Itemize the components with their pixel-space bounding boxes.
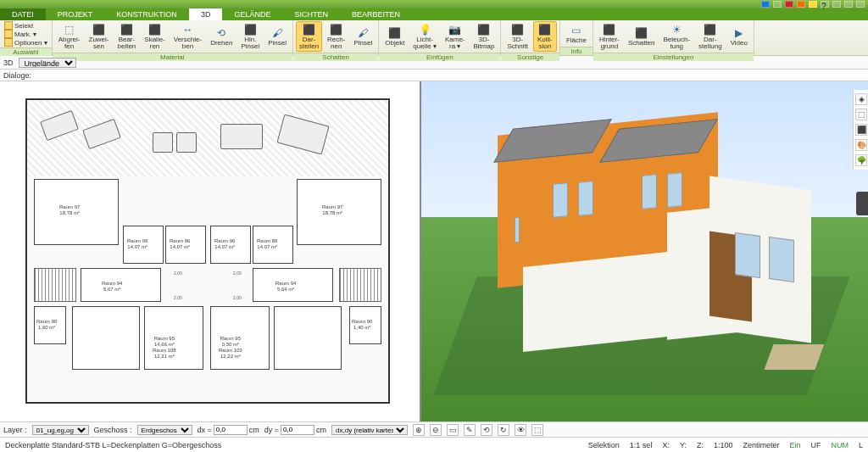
bottom-tool[interactable]: ⟲ [481, 424, 492, 436]
maximize-btn[interactable] [844, 1, 853, 8]
ribbon-label: Pinsel [268, 40, 287, 47]
ribbon-icon: ⬛ [511, 23, 525, 36]
ribbon-item[interactable]: 📷Kame- ra ▾ [442, 21, 469, 52]
ribbon-mini-item[interactable]: Mark. ▾ [3, 30, 49, 38]
dialog-label: Dialoge: [3, 71, 31, 80]
help-btn[interactable]: ? [821, 1, 829, 8]
ribbon-label: Hin. Pinsel [241, 36, 259, 50]
ribbon-label: Video [731, 40, 748, 47]
ribbon-item[interactable]: ⬛Rech- nen [324, 21, 348, 52]
titlebar-btn[interactable] [797, 1, 805, 8]
geschoss-dropdown[interactable]: Erdgeschos [137, 425, 192, 435]
status-uf: UF [810, 441, 821, 449]
status-ein: Ein [789, 441, 800, 449]
ribbon-item[interactable]: ⬛Dar- stellung [695, 21, 726, 52]
ribbon-icon: ⬛ [538, 23, 552, 36]
ribbon-item[interactable]: ⬛Dar- stellen [296, 21, 322, 52]
ribbon-label: Pinsel [353, 40, 372, 47]
ribbon-item[interactable]: ⬛Objekt [381, 25, 408, 48]
ribbon-item[interactable]: ⬛3D- Bitmap [470, 21, 498, 52]
ribbon-item[interactable]: ☀Beleuch- tung [659, 21, 693, 52]
ribbon-item[interactable]: ⬛3D- Schnitt [504, 21, 531, 52]
ribbon-icon: ⬛ [330, 23, 343, 36]
ribbon-item[interactable]: ↔Verschie- ben [170, 21, 205, 52]
ribbon-item[interactable]: 💡Licht- quelle ▾ [409, 21, 440, 52]
ribbon-item[interactable]: ⬛Zuwei- sen [86, 21, 113, 52]
ribbon-icon: ⬛ [704, 23, 717, 36]
dx-input[interactable] [214, 425, 248, 435]
ribbon-item[interactable]: 🖌Pinsel [264, 25, 290, 48]
ribbon-group-label: Info [560, 47, 593, 55]
titlebar-btn[interactable] [761, 1, 770, 8]
titlebar-btn[interactable] [809, 1, 817, 8]
3d-view-pane[interactable]: ◈ ⬚ ⬛ 🎨 🌳 [421, 81, 868, 421]
side-tool[interactable]: 🎨 [855, 139, 867, 151]
dy-input[interactable] [281, 425, 314, 435]
ribbon-item[interactable]: ⟲Drehen [207, 25, 236, 48]
layer-select[interactable]: Urgelände [19, 58, 76, 68]
ribbon-icon: ⬛ [243, 23, 257, 36]
ribbon-item[interactable]: ▭Fläche [563, 22, 590, 46]
ribbon-label: Hinter- grund [599, 36, 620, 50]
side-tool[interactable]: ⬚ [855, 109, 867, 120]
tab-konstruktion[interactable]: KONSTRUKTION [104, 8, 189, 20]
layer-dropdown[interactable]: 01_ug,eg,og [32, 425, 89, 435]
ribbon-item[interactable]: 🖌Pinsel [350, 25, 376, 48]
bottom-tool[interactable]: ⊖ [430, 424, 442, 436]
ribbon-label: Dar- stellen [299, 36, 319, 50]
ribbon-label: 3D- Schnitt [507, 36, 527, 50]
ribbon-item[interactable]: ⬛Kolli- sion [533, 21, 557, 52]
ribbon-item[interactable]: ⬛Schatten [625, 25, 659, 48]
status-num: NUM [831, 441, 849, 449]
status-unit: Zentimeter [743, 441, 779, 449]
building-3d [472, 107, 811, 387]
ribbon-label: Kolli- sion [537, 36, 553, 50]
coord-mode[interactable]: dx,dy (relativ kartesisch) [331, 425, 408, 435]
ribbon-item[interactable]: ⬛Skalie- ren [141, 21, 168, 52]
ribbon-icon: ⟲ [214, 26, 228, 40]
bottom-tool[interactable]: ⊕ [413, 424, 425, 436]
tab-bearbeiten[interactable]: BEARBEITEN [340, 8, 412, 20]
ribbon-label: Zuwei- sen [89, 36, 109, 50]
status-scale: 1:100 [714, 441, 733, 449]
ribbon-label: Kame- ra ▾ [445, 36, 465, 50]
ribbon-item[interactable]: ⬛Hin. Pinsel [237, 21, 263, 52]
ribbon-item[interactable]: ⬚Abgrei- fen [55, 21, 84, 52]
bottom-tool[interactable]: ↻ [498, 424, 509, 436]
titlebar-btn[interactable] [773, 1, 782, 8]
status-bar: Deckenplatte Standard-STB L=Deckenplatte… [0, 437, 868, 452]
ribbon-group-label: Material [53, 53, 292, 61]
ribbon-icon: ⬛ [303, 23, 316, 36]
ribbon-item[interactable]: ⬛Bear- beiten [114, 21, 140, 52]
status-ratio: 1:1 sel [630, 441, 653, 449]
bottom-tool[interactable]: 👁 [515, 424, 526, 436]
bottom-tool[interactable]: ✎ [464, 424, 476, 436]
minimize-btn[interactable] [832, 1, 841, 8]
ribbon-mini-item[interactable]: Optionen ▾ [3, 38, 49, 47]
floorplan-pane[interactable]: Raum 9718,78 m² Raum 9718,78 m² Raum 991… [0, 81, 421, 421]
tab-gelaende[interactable]: GELÄNDE [222, 8, 282, 20]
ribbon-icon: ⬛ [92, 23, 106, 36]
ribbon-item[interactable]: ▶Video [727, 25, 751, 48]
tab-3d[interactable]: 3D [189, 8, 223, 20]
side-tool[interactable]: ⬛ [855, 124, 867, 136]
ribbon-label: Verschie- ben [174, 36, 202, 50]
ribbon-label: Beleuch- tung [663, 36, 690, 50]
view-label: 3D [3, 59, 14, 67]
ribbon-item[interactable]: ⬛Hinter- grund [596, 21, 623, 52]
tab-projekt[interactable]: PROJEKT [46, 8, 105, 20]
ribbon-mini-item[interactable]: Selekt [3, 21, 49, 30]
side-panel-tab[interactable] [856, 192, 868, 215]
side-tool[interactable]: ◈ [855, 93, 867, 105]
ribbon-icon: ⬚ [63, 23, 76, 36]
titlebar-btn[interactable] [785, 1, 793, 8]
ribbon-group-label: Einstellungen [593, 53, 754, 61]
tab-datei[interactable]: DATEI [0, 8, 46, 20]
ribbon-icon [4, 38, 13, 47]
tab-sichten[interactable]: SICHTEN [282, 8, 340, 20]
bottom-tool[interactable]: ⬚ [531, 424, 543, 436]
status-left: Deckenplatte Standard-STB L=Deckenplatte… [5, 441, 221, 449]
bottom-tool[interactable]: ▭ [447, 424, 459, 436]
close-btn[interactable] [856, 1, 865, 8]
side-tool[interactable]: 🌳 [855, 154, 867, 166]
